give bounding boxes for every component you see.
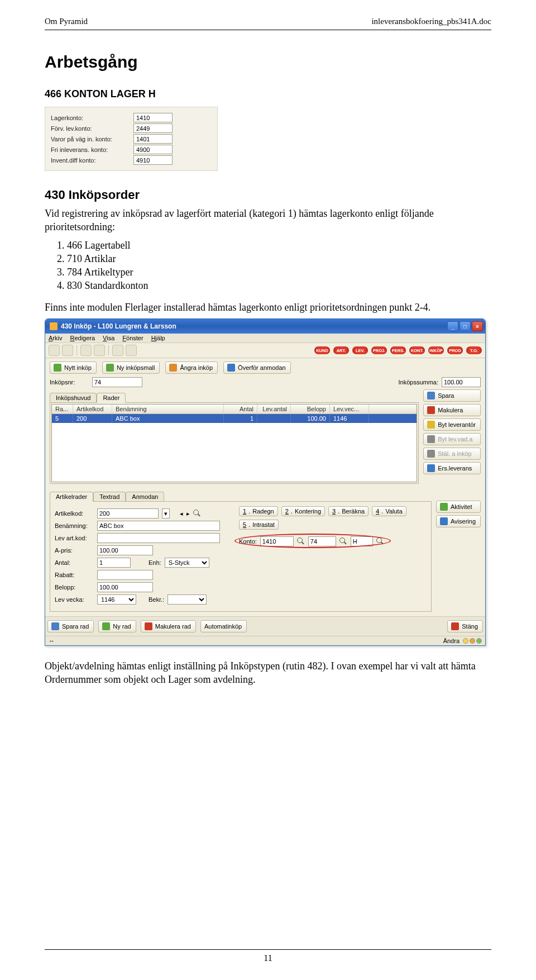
inkopsnr-field[interactable]: 74 bbox=[92, 377, 142, 387]
titlebar[interactable]: 430 Inköp - L100 Lungren & Larsson _ □ × bbox=[45, 319, 485, 334]
menu-visa[interactable]: Visa bbox=[103, 335, 114, 341]
konton-value[interactable]: 1410 bbox=[133, 113, 173, 122]
stang-button[interactable]: Stäng bbox=[447, 620, 483, 632]
konton-label: Förv. lev.konto: bbox=[51, 125, 129, 132]
quick-1-radegn[interactable]: 1.Radegn bbox=[239, 506, 278, 516]
grid-row[interactable]: 5 200 ABC box 1 100.00 1146 bbox=[52, 414, 417, 423]
makulera-rad-button[interactable]: Makulera rad bbox=[141, 620, 196, 632]
bekr-select[interactable] bbox=[168, 594, 207, 605]
dropdown-icon[interactable]: ▾ bbox=[162, 508, 170, 518]
new-icon bbox=[102, 622, 110, 630]
toolbar-icon[interactable] bbox=[62, 345, 73, 356]
status-arrow-icon: ↔ bbox=[49, 638, 55, 644]
makulera-button[interactable]: Makulera bbox=[423, 404, 481, 416]
status-light-green bbox=[476, 638, 482, 644]
info-chip-pers[interactable]: PERS. bbox=[390, 346, 406, 354]
col-antal[interactable]: Antal bbox=[224, 405, 257, 413]
maximize-button[interactable]: □ bbox=[460, 321, 471, 331]
inkopsnr-label: Inköpsnr: bbox=[50, 379, 89, 386]
col-artikelkod[interactable]: Artikelkod bbox=[73, 405, 112, 413]
list-item: 466 Lagertabell bbox=[67, 239, 491, 252]
nav-next-icon[interactable]: ▸ bbox=[186, 510, 190, 517]
ny-inkopsmall-button[interactable]: Ny inköpsmall bbox=[102, 361, 160, 374]
menu-fonster[interactable]: Fönster bbox=[122, 335, 143, 341]
ny-rad-button[interactable]: Ny rad bbox=[98, 620, 136, 632]
status-light-yellow bbox=[463, 638, 468, 644]
tab-artikelrader[interactable]: Artikelrader bbox=[50, 492, 93, 502]
rows-grid[interactable]: Ra... Artikelkod Benämning Antal Lev.ant… bbox=[51, 404, 417, 482]
tab-rader[interactable]: Rader bbox=[97, 393, 126, 403]
toolbar-icon[interactable] bbox=[112, 345, 123, 356]
toolbar-icon[interactable] bbox=[49, 345, 60, 356]
konto-field-a[interactable]: 1410 bbox=[260, 536, 294, 546]
automatinkop-button[interactable]: Automatinköp bbox=[200, 620, 247, 632]
antal-field[interactable]: 1 bbox=[97, 558, 131, 568]
info-chip-art[interactable]: ART. bbox=[333, 346, 349, 354]
toolbar-icon[interactable] bbox=[94, 345, 105, 356]
spara-rad-button[interactable]: Spara rad bbox=[47, 620, 94, 632]
col-levantal[interactable]: Lev.antal bbox=[257, 405, 291, 413]
close-button[interactable]: × bbox=[472, 321, 483, 331]
menu-redigera[interactable]: Redigera bbox=[70, 335, 95, 341]
search-icon[interactable] bbox=[376, 537, 384, 545]
search-icon[interactable] bbox=[297, 537, 305, 545]
info-chip-kont[interactable]: KONT. bbox=[409, 346, 425, 354]
tab-anmodan[interactable]: Anmodan bbox=[126, 492, 164, 501]
quick-4-valuta[interactable]: 4.Valuta bbox=[372, 506, 406, 516]
col-benamning[interactable]: Benämning bbox=[112, 405, 224, 413]
antal-label: Antal: bbox=[55, 559, 94, 566]
toolbar-icon[interactable] bbox=[80, 345, 92, 356]
menu-hjalp[interactable]: Hjälp bbox=[151, 335, 165, 341]
konton-value[interactable]: 1401 bbox=[133, 134, 173, 144]
quick-3-berakna[interactable]: 3.Beräkna bbox=[328, 506, 368, 516]
ers-leverans-button[interactable]: Ers.leverans bbox=[423, 462, 481, 474]
toolbar-icon[interactable] bbox=[126, 345, 137, 356]
menu-arkiv[interactable]: Arkiv bbox=[49, 335, 62, 341]
section-430-title: 430 Inköpsorder bbox=[45, 188, 491, 202]
tab-inkopshuvud[interactable]: Inköpshuvud bbox=[50, 393, 97, 402]
byt-leverantor-button[interactable]: Byt leverantör bbox=[423, 418, 481, 431]
apris-field[interactable]: 100.00 bbox=[97, 545, 153, 555]
angra-inkop-button[interactable]: Ångra inköp bbox=[165, 361, 218, 374]
window-title: 430 Inköp - L100 Lungren & Larsson bbox=[61, 322, 176, 330]
info-chip-proj[interactable]: PROJ. bbox=[371, 346, 387, 354]
levvecka-select[interactable]: 1146 bbox=[97, 594, 136, 605]
spara-button[interactable]: Spara bbox=[423, 389, 481, 402]
list-item: 830 Standardkonton bbox=[67, 279, 491, 292]
nav-first-icon[interactable]: ◂ bbox=[180, 510, 183, 517]
quick-2-kontering[interactable]: 2.Kontering bbox=[281, 506, 325, 516]
info-chip-lev[interactable]: LEV. bbox=[352, 346, 368, 354]
konton-value[interactable]: 4900 bbox=[133, 145, 173, 154]
overfor-anmodan-button[interactable]: Överför anmodan bbox=[223, 361, 291, 374]
enh-select[interactable]: S-Styck bbox=[165, 558, 209, 568]
benamning-field[interactable]: ABC box bbox=[97, 521, 220, 531]
konton-value[interactable]: 2449 bbox=[133, 123, 173, 133]
col-ra[interactable]: Ra... bbox=[52, 405, 73, 413]
belopp-label: Belopp: bbox=[55, 584, 94, 591]
col-levvecka[interactable]: Lev.vec... bbox=[330, 405, 369, 413]
konton-value[interactable]: 4910 bbox=[133, 155, 173, 165]
konto-field-b[interactable]: 74 bbox=[308, 536, 336, 546]
info-chip-kund[interactable]: KUND bbox=[314, 346, 330, 354]
nytt-inkop-button[interactable]: Nytt inköp bbox=[50, 361, 97, 374]
template-icon bbox=[106, 364, 114, 372]
info-chip-prod[interactable]: PROD bbox=[447, 346, 463, 354]
levartkod-field[interactable] bbox=[97, 533, 220, 543]
minimize-button[interactable]: _ bbox=[447, 321, 458, 331]
search-icon[interactable] bbox=[193, 510, 201, 517]
konto-field-c[interactable]: H bbox=[351, 536, 373, 546]
artikelkod-field[interactable]: 200 bbox=[97, 508, 159, 518]
info-chip-to[interactable]: T.O. bbox=[466, 346, 482, 354]
konton-label: Lagerkonto: bbox=[51, 115, 129, 121]
konton-label: Invent.diff konto: bbox=[51, 157, 129, 164]
aktivitet-button[interactable]: Aktivitet bbox=[436, 501, 481, 513]
search-icon[interactable] bbox=[339, 537, 347, 545]
close-icon bbox=[451, 622, 459, 630]
belopp-field[interactable]: 100.00 bbox=[97, 582, 153, 592]
rabatt-field[interactable] bbox=[97, 570, 153, 580]
col-belopp[interactable]: Belopp bbox=[291, 405, 330, 413]
info-chip-inkop[interactable]: INKÖP bbox=[428, 346, 444, 354]
quick-5-intrastat[interactable]: 5.Intrastat bbox=[239, 520, 279, 530]
tab-textrad[interactable]: Textrad bbox=[93, 492, 126, 501]
avisering-button[interactable]: Avisering bbox=[436, 515, 481, 527]
